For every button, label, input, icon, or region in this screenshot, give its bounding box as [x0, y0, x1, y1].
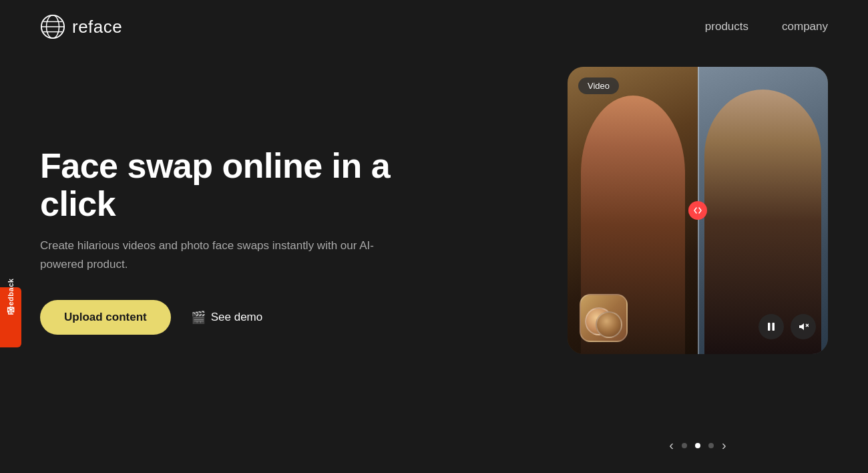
logo-text: reface — [72, 17, 122, 37]
hero-content: Face swap online in a click Create hilar… — [40, 94, 427, 335]
navigation: reface products company — [0, 0, 868, 53]
logo-icon — [40, 14, 65, 39]
face-bottom — [596, 311, 622, 338]
feedback-tab[interactable]: Feedback ✉ — [0, 287, 21, 347]
hero-section: Face swap online in a click Create hilar… — [0, 53, 868, 473]
logo[interactable]: reface — [40, 14, 122, 39]
carousel-dot-3[interactable] — [708, 443, 714, 448]
nav-links: products company — [705, 20, 828, 33]
hero-subtitle: Create hilarious videos and photo face s… — [40, 236, 374, 273]
mute-button[interactable] — [791, 314, 816, 339]
demo-icon: 🎬 — [191, 310, 206, 325]
hero-title: Face swap online in a click — [40, 147, 427, 223]
pause-button[interactable] — [758, 314, 784, 339]
carousel-dots: ‹ › — [568, 438, 828, 453]
feedback-text: Feedback — [7, 279, 15, 315]
hero-buttons: Upload content 🎬 See demo — [40, 300, 427, 335]
split-handle[interactable] — [688, 201, 707, 220]
video-area: Video — [568, 67, 828, 354]
face-composite — [581, 295, 626, 341]
nav-products-link[interactable]: products — [705, 20, 748, 33]
video-right-panel — [698, 67, 828, 354]
demo-label: See demo — [211, 311, 263, 324]
carousel-prev-arrow[interactable]: ‹ — [669, 438, 674, 453]
see-demo-button[interactable]: 🎬 See demo — [191, 310, 263, 325]
video-card: Video — [568, 67, 828, 354]
svg-rect-5 — [768, 323, 771, 331]
face-thumbnail — [580, 294, 628, 342]
video-controls — [758, 314, 816, 339]
carousel-next-arrow[interactable]: › — [722, 438, 726, 453]
upload-content-button[interactable]: Upload content — [40, 300, 171, 335]
nav-company-link[interactable]: company — [782, 20, 828, 33]
video-badge: Video — [578, 77, 619, 94]
carousel-dot-2[interactable] — [695, 443, 700, 448]
svg-rect-6 — [773, 323, 775, 331]
carousel-dot-1[interactable] — [682, 443, 687, 448]
